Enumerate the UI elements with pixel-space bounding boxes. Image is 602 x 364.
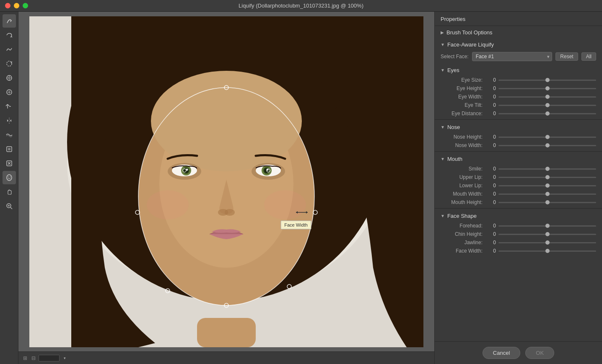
nose-height-slider[interactable]	[498, 137, 596, 138]
push-left-tool[interactable]	[3, 100, 16, 113]
forehead-label: Forehead:	[441, 223, 483, 229]
face-aware-section-header[interactable]: ▼ Face-Aware Liquify	[435, 39, 602, 50]
upper-lip-slider-area[interactable]: 0	[486, 174, 596, 180]
forehead-slider[interactable]	[498, 225, 596, 227]
eye-width-slider[interactable]	[498, 96, 596, 98]
brush-tool-section-header[interactable]: ▶ Brush Tool Options	[435, 26, 602, 39]
eye-height-row: Eye Height: 0	[435, 84, 602, 93]
nose-width-value: 0	[486, 142, 496, 148]
forward-warp-tool[interactable]	[3, 14, 16, 28]
jawline-slider-area[interactable]: 0	[486, 240, 596, 245]
face-shape-section-header[interactable]: ▼ Face Shape	[435, 210, 602, 222]
lower-lip-label: Lower Lip:	[441, 183, 483, 188]
smooth-tool[interactable]	[3, 43, 16, 56]
mouth-height-slider-area[interactable]: 0	[486, 199, 596, 205]
canvas-area[interactable]: Face Width ⊞ ⊟ 100% ▾	[18, 12, 434, 364]
face-tool[interactable]	[3, 171, 16, 184]
mouth-section-header[interactable]: ▼ Mouth	[435, 153, 602, 165]
thaw-mask-tool[interactable]	[3, 157, 16, 170]
eye-size-row: Eye Size: 0	[435, 76, 602, 84]
face-dropdown-wrapper[interactable]: Face #1	[472, 52, 553, 61]
svg-point-16	[7, 175, 12, 181]
scroll-content[interactable]: ▶ Brush Tool Options ▼ Face-Aware Liquif…	[435, 26, 602, 341]
svg-point-2	[8, 77, 10, 79]
face-width-slider-area[interactable]: 0	[486, 248, 596, 254]
eye-tilt-row: Eye Tilt: 0	[435, 101, 602, 109]
left-toolbar	[0, 12, 18, 364]
pucker-tool[interactable]	[3, 71, 16, 85]
nose-width-slider-area[interactable]: 0	[486, 142, 596, 148]
smile-slider[interactable]	[498, 168, 596, 170]
svg-point-46	[264, 190, 306, 219]
face-shape-triangle-icon: ▼	[441, 214, 445, 218]
chin-height-row: Chin Height: 0	[435, 230, 602, 238]
minimize-button[interactable]	[14, 3, 19, 8]
eye-height-slider[interactable]	[498, 88, 596, 89]
bloat-tool[interactable]	[3, 85, 16, 99]
window-controls[interactable]	[5, 3, 28, 8]
turbulence-tool[interactable]	[3, 128, 16, 142]
face-width-row: Face Width: 0	[435, 247, 602, 255]
reconstruct-tool[interactable]	[3, 28, 16, 42]
freeze-mask-tool[interactable]	[3, 142, 16, 156]
zoom-tool[interactable]	[3, 199, 16, 213]
chin-height-value: 0	[486, 231, 496, 237]
jawline-label: Jawline:	[441, 240, 483, 245]
nose-height-slider-area[interactable]: 0	[486, 134, 596, 140]
eye-size-slider[interactable]	[498, 80, 596, 81]
face-shape-section-label: Face Shape	[447, 213, 477, 219]
canvas-options-icon[interactable]: ⊞	[22, 355, 29, 361]
cancel-button[interactable]: Cancel	[483, 347, 520, 359]
canvas-fit-icon[interactable]: ⊟	[30, 355, 37, 361]
face-aware-triangle-icon: ▼	[441, 42, 445, 47]
canvas-image-container[interactable]: Face Width	[18, 12, 434, 351]
chin-height-slider-area[interactable]: 0	[486, 231, 596, 237]
mouth-height-slider[interactable]	[498, 202, 596, 203]
photo-canvas[interactable]: Face Width	[29, 16, 423, 347]
forehead-slider-area[interactable]: 0	[486, 223, 596, 229]
mouth-width-slider[interactable]	[498, 194, 596, 195]
twirl-clockwise-tool[interactable]	[3, 57, 16, 70]
upper-lip-slider[interactable]	[498, 177, 596, 178]
nose-section-header[interactable]: ▼ Nose	[435, 121, 602, 133]
lower-lip-slider-area[interactable]: 0	[486, 183, 596, 188]
eye-height-slider-area[interactable]: 0	[486, 85, 596, 91]
jawline-row: Jawline: 0	[435, 238, 602, 247]
all-button[interactable]: All	[581, 52, 596, 61]
mirror-tool[interactable]	[3, 114, 16, 127]
face-width-slider[interactable]	[498, 250, 596, 252]
face-selector[interactable]: Face #1	[472, 52, 553, 61]
hand-tool[interactable]	[3, 185, 16, 199]
canvas-bottom-icons: ⊞ ⊟	[22, 355, 37, 361]
reset-button[interactable]: Reset	[555, 52, 578, 61]
eye-size-slider-area[interactable]: 0	[486, 77, 596, 83]
jawline-slider[interactable]	[498, 242, 596, 243]
mouth-section-label: Mouth	[447, 156, 462, 162]
right-panel: Properties ▶ Brush Tool Options ▼ Face-A…	[434, 12, 602, 364]
zoom-dropdown-icon[interactable]: ▾	[61, 355, 68, 361]
lower-lip-row: Lower Lip: 0	[435, 181, 602, 190]
eye-distance-slider-area[interactable]: 0	[486, 111, 596, 116]
lower-lip-slider[interactable]	[498, 185, 596, 186]
eye-tilt-slider[interactable]	[498, 105, 596, 106]
smile-slider-area[interactable]: 0	[486, 166, 596, 172]
mouth-height-row: Mouth Height: 0	[435, 198, 602, 207]
chin-height-slider[interactable]	[498, 234, 596, 235]
nose-height-row: Nose Height: 0	[435, 133, 602, 141]
ok-button[interactable]: OK	[525, 347, 554, 359]
divider-2	[435, 151, 602, 152]
mouth-width-value: 0	[486, 191, 496, 197]
zoom-input[interactable]: 100%	[39, 355, 60, 361]
nose-width-slider[interactable]	[498, 145, 596, 146]
eyes-section-header[interactable]: ▼ Eyes	[435, 65, 602, 76]
mouth-width-slider-area[interactable]: 0	[486, 191, 596, 197]
svg-point-45	[147, 190, 189, 219]
eye-distance-slider[interactable]	[498, 113, 596, 114]
close-button[interactable]	[5, 3, 10, 8]
maximize-button[interactable]	[23, 3, 28, 8]
eye-tilt-slider-area[interactable]: 0	[486, 102, 596, 108]
eye-width-slider-area[interactable]: 0	[486, 94, 596, 100]
mouth-triangle-icon: ▼	[441, 157, 445, 161]
smile-label: Smile:	[441, 166, 483, 172]
eye-distance-row: Eye Distance: 0	[435, 109, 602, 118]
